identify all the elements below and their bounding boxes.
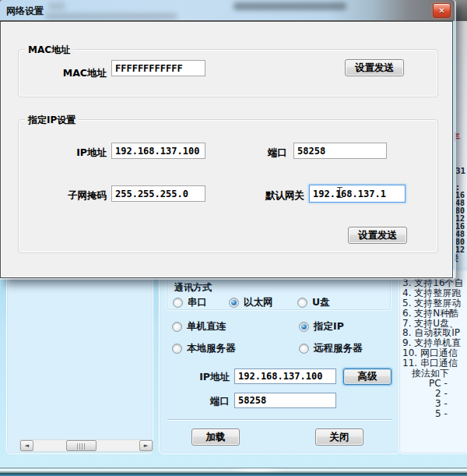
gateway-field-wrap — [309, 185, 406, 203]
load-button-label: 加载 — [206, 431, 226, 444]
dialog-titlebar[interactable]: 网络设置 — [0, 0, 455, 21]
radio-remote-server-label: 远程服务器 — [314, 342, 363, 355]
gateway-label: 默认网关 — [234, 189, 304, 203]
glass-blur-smudge — [234, 2, 346, 10]
radio-direct-connect[interactable]: 单机直连 — [172, 320, 226, 333]
list-item: 5 - — [402, 409, 467, 419]
main-port-label: 端口 — [172, 395, 230, 408]
radio-usb-circle[interactable] — [297, 298, 307, 308]
info-panel: 3. 支持16个自 4. 支持整屏跑 5. 支持整屏动 6. 支持N种酷 7. … — [399, 270, 467, 454]
gateway-input[interactable] — [309, 185, 406, 203]
radio-specified-ip-circle[interactable] — [299, 322, 309, 332]
radio-ethernet[interactable]: 以太网 — [229, 296, 273, 309]
radio-serial-circle[interactable] — [173, 298, 183, 308]
ip-send-button-label: 设置发送 — [358, 229, 397, 242]
list-item: 5. 支持整屏动 — [402, 298, 467, 309]
text-cursor-icon — [337, 187, 342, 198]
window-bottom-groove — [0, 467, 467, 473]
dialog-title: 网络设置 — [6, 5, 44, 18]
main-ip-label: IP地址 — [172, 371, 230, 384]
radio-local-server-label: 本地服务器 — [187, 342, 236, 355]
ip-label: IP地址 — [46, 146, 107, 160]
background-clipped-text-strip: 丰 31 : 16 48 80 12 16 48 80 12 接 — [455, 21, 467, 269]
scroll-right-icon: ► — [144, 443, 148, 449]
communication-panel: 通讯方式 串口 以太网 U盘 单机直连 指定IP 本地服务器 — [159, 270, 401, 454]
dialog-close-button[interactable]: ✕ — [433, 3, 451, 18]
advanced-button-label: 高级 — [358, 370, 377, 383]
radio-remote-server[interactable]: 远程服务器 — [299, 342, 363, 354]
close-icon: ✕ — [438, 6, 444, 15]
scrollbar-grip-icon — [77, 443, 86, 450]
mac-group-legend: MAC地址 — [25, 44, 73, 57]
list-item: 4. 支持整屏跑 — [402, 288, 467, 298]
mac-input[interactable] — [111, 60, 205, 76]
scroll-left-icon: ◄ — [25, 443, 29, 449]
main-port-input[interactable] — [234, 393, 336, 408]
radio-usb[interactable]: U盘 — [297, 296, 330, 309]
feature-list: 3. 支持16个自 4. 支持整屏跑 5. 支持整屏动 6. 支持N种酷 7. … — [402, 278, 467, 418]
list-item: 接法如下 — [402, 368, 467, 379]
radio-specified-ip-label: 指定IP — [314, 320, 344, 333]
radio-usb-label: U盘 — [312, 296, 330, 309]
ip-send-button[interactable]: 设置发送 — [348, 227, 407, 244]
subnet-mask-input[interactable] — [111, 185, 205, 202]
glass-blur-smudge — [45, 13, 177, 19]
scrollbar-left-arrow[interactable]: ◄ — [20, 440, 33, 451]
radio-direct-connect-circle[interactable] — [172, 322, 182, 332]
dialog-body: MAC地址 MAC地址 设置发送 指定IP设置 IP地址 端口 子网掩码 默认网… — [0, 20, 453, 278]
list-item: 6. 支持N种酷 — [402, 309, 467, 319]
clipped-red-text-fragment: 丰 — [455, 130, 460, 144]
radio-serial-label: 串口 — [188, 296, 207, 309]
mac-send-button[interactable]: 设置发送 — [345, 59, 404, 76]
radio-local-server[interactable]: 本地服务器 — [172, 342, 236, 354]
list-item: PC - — [402, 379, 467, 389]
mac-label: MAC地址 — [46, 67, 107, 80]
main-ip-input[interactable] — [234, 368, 336, 384]
window-bottom-edge — [0, 473, 467, 476]
glass-blur-smudge — [48, 2, 65, 10]
clipped-text-fragment: 31 — [455, 166, 465, 176]
scrollbar-thumb[interactable] — [66, 440, 97, 451]
clipped-number-column: : 16 48 80 12 16 48 80 12 — [455, 184, 465, 254]
comm-mode-groupbox: 通讯方式 串口 以太网 U盘 — [166, 277, 392, 311]
ip-input[interactable] — [111, 143, 205, 159]
advanced-button[interactable]: 高级 — [343, 368, 392, 385]
radio-specified-ip[interactable]: 指定IP — [299, 320, 344, 333]
network-settings-dialog: 网络设置 ✕ MAC地址 MAC地址 设置发送 指定IP设置 IP地址 端口 子… — [0, 0, 455, 278]
left-panel: ◄ ► — [6, 273, 153, 454]
screen: 丰 31 : 16 48 80 12 16 48 80 12 接 ◄ ► — [0, 0, 467, 476]
ip-group-legend: 指定IP设置 — [25, 114, 79, 127]
radio-ethernet-label: 以太网 — [244, 296, 273, 309]
load-button[interactable]: 加载 — [191, 428, 240, 446]
list-item: 3. 支持16个自 — [402, 278, 467, 288]
main-close-button-label: 关闭 — [330, 431, 349, 444]
radio-serial[interactable]: 串口 — [173, 296, 207, 309]
list-item: 3 - — [402, 399, 467, 409]
separator — [167, 419, 392, 421]
main-close-button[interactable]: 关闭 — [315, 428, 363, 446]
port-input[interactable] — [293, 143, 387, 159]
subnet-mask-label: 子网掩码 — [46, 189, 107, 203]
port-label: 端口 — [234, 146, 287, 160]
horizontal-scrollbar[interactable]: ◄ ► — [19, 439, 153, 452]
mac-send-button-label: 设置发送 — [355, 62, 394, 75]
scrollbar-right-arrow[interactable]: ► — [139, 440, 153, 451]
list-item: 2 - — [402, 389, 467, 399]
comm-mode-legend: 通讯方式 — [174, 281, 212, 294]
radio-remote-server-circle[interactable] — [299, 344, 309, 354]
radio-direct-connect-label: 单机直连 — [187, 320, 226, 333]
clipped-text-fragment: 接 — [455, 252, 458, 265]
radio-local-server-circle[interactable] — [172, 344, 182, 354]
radio-ethernet-circle[interactable] — [229, 298, 239, 308]
